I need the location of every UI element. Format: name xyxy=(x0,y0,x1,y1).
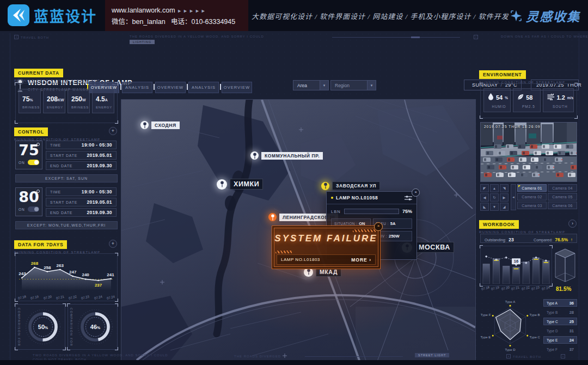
traffic-photo xyxy=(481,123,577,181)
more-button[interactable]: MORE › xyxy=(351,257,371,263)
area-select[interactable]: Area ▾ xyxy=(293,80,329,90)
control-add-button[interactable]: + xyxy=(109,127,117,135)
legend-row-type-b[interactable]: Type B28 xyxy=(543,308,577,316)
environment-badge-wrap: ENVIRONMENT RUNNING CONDITION OF STREETL… xyxy=(479,69,565,84)
failed-lamp-id: LAMP NO.L01803 xyxy=(281,257,320,262)
radar-legend: Type A36Type B28Type C25Type D31Type E24… xyxy=(543,299,577,355)
map-pin[interactable]: ЗАВОДСКАЯ УЛ xyxy=(321,181,380,190)
seven-days-line-chart[interactable]: 243268258263247240237241 xyxy=(17,256,116,291)
tab-analysis-3[interactable]: ANALYSIS xyxy=(188,82,219,93)
dpad-button-3[interactable]: ◀ xyxy=(480,193,489,202)
seven-days-chart-panel[interactable]: 243268258263247240237241 07.1807.1907.20… xyxy=(15,253,118,301)
city-map[interactable]: СХОДНЯКОММУНАЛЬНЫЙ ПР.ХИМКИЗАВОДСКАЯ УЛЛ… xyxy=(121,99,476,365)
start-date-row[interactable]: START DATE2019.05.01 xyxy=(46,198,117,206)
dpad-button-7[interactable]: ▼ xyxy=(490,203,499,211)
decor-street-light-chip: STREET LIGHT xyxy=(415,354,449,357)
start-date-row[interactable]: START DATE2019.05.01 xyxy=(46,151,117,160)
wechat-id: 微信：ben_lanlan xyxy=(112,18,166,26)
decor-bottom-note-1: TWO ROADS DIVERGED IN A YELLOW WOOD, AND… xyxy=(33,354,168,357)
except-days-2: EXCEPT: MON,TUE,WED,THUR,FRI xyxy=(15,221,118,229)
svg-text:241: 241 xyxy=(107,272,114,277)
time-row[interactable]: TIME19:00 - 05:30 xyxy=(46,187,117,196)
workbook-x-labels: 07.1807.1907.2007.2107.2207.2307.24 xyxy=(481,287,550,290)
lamp-pin-icon xyxy=(321,182,329,190)
legend-row-type-f[interactable]: Type F37 xyxy=(543,345,577,353)
compared-value: 76.5% xyxy=(555,237,568,242)
stat-box: 208KWENERGY xyxy=(43,89,65,113)
brightness-bar[interactable] xyxy=(344,209,399,214)
tab-analysis-1[interactable]: ANALYSIS xyxy=(122,82,152,93)
current-data-panel: 75%BRINESS208KWENERGY250WBRINESS4.5AENER… xyxy=(15,83,118,123)
brightness-bar-row: LBN 75% xyxy=(327,204,416,217)
camera-button-5[interactable]: Camera 05 xyxy=(548,193,577,200)
dpad-button-6[interactable]: ◣ xyxy=(480,203,489,211)
except-days-1: EXCEPT: SAT, SUN xyxy=(15,174,118,182)
dpad-button-1[interactable]: ▲ xyxy=(490,184,499,192)
map-pin-label: МОСКВА xyxy=(415,242,454,253)
trend-up-icon: ↑ xyxy=(571,237,573,242)
region-select[interactable]: Region ▾ xyxy=(330,80,376,90)
brand[interactable]: 蓝蓝设计 xyxy=(8,4,97,26)
svg-text:Type E: Type E xyxy=(481,336,491,339)
site-url[interactable]: www.lanlanwork.com xyxy=(112,7,175,14)
decor-bottom-note-2: THE ROADS DIVERGED xyxy=(234,355,281,358)
legend-row-type-a[interactable]: Type A36 xyxy=(543,299,577,307)
map-pin[interactable]: СХОДНЯ xyxy=(140,121,180,129)
workbook-bar-chart[interactable]: 16 xyxy=(481,248,551,284)
seven-days-add-button[interactable]: + xyxy=(109,240,117,248)
lamp-pin-icon xyxy=(217,179,227,190)
camera-button-1[interactable]: Camera 01 xyxy=(517,184,547,192)
legend-row-type-d[interactable]: Type D31 xyxy=(543,327,577,334)
dpad-button-5[interactable]: ▶ xyxy=(500,193,509,202)
legend-row-type-c[interactable]: Type C25 xyxy=(543,318,577,325)
environment-panel: 54%HUMID58PM2.51.2m/sSOUTH xyxy=(480,83,577,118)
svg-text:258: 258 xyxy=(44,265,51,270)
dpad-button-0[interactable]: ◤ xyxy=(480,184,489,192)
schedule-toggle-2[interactable] xyxy=(28,206,39,212)
end-date-row[interactable]: END DATE2019.09.30 xyxy=(46,161,117,170)
alert-footer: LAMP NO.L01803 MORE › xyxy=(277,254,376,265)
workbook-stats-row: Outstanding: 23 Compared: 76.5% ↑ xyxy=(480,234,577,243)
workbook-badge-wrap: WORKBOOK RUNNING CONDITION OF STREETLAMP xyxy=(479,218,565,234)
close-icon[interactable]: × xyxy=(374,222,383,231)
dpad-button-4[interactable]: ↻ xyxy=(490,193,499,202)
chevron-down-icon: ▾ xyxy=(320,81,328,90)
brightness-percent: 75% xyxy=(402,209,412,214)
svg-text:240: 240 xyxy=(82,272,89,277)
decor-checkbox-bottom-2 xyxy=(561,354,567,358)
camera-list-left-arrow[interactable]: ◂ xyxy=(511,184,516,210)
camera-button-4[interactable]: Camera 04 xyxy=(548,184,577,192)
workbook-chart-panel[interactable]: 16 xyxy=(480,246,552,286)
bulb-icon xyxy=(36,190,40,193)
sliders-icon[interactable] xyxy=(405,196,412,200)
inspiration-collect[interactable]: 灵感收集 xyxy=(510,7,580,25)
workbook-footer-percent: 81.5% xyxy=(556,286,571,292)
decor-bottom-line xyxy=(305,356,403,357)
map-pin[interactable]: КОММУНАЛЬНЫЙ ПР. xyxy=(250,151,323,160)
tab-overview-2[interactable]: OVERVIEW xyxy=(155,82,186,93)
tab-overview-4[interactable]: OVERVIEW xyxy=(222,82,252,93)
svg-text:263: 263 xyxy=(57,263,64,268)
camera-button-2[interactable]: Camera 02 xyxy=(517,193,547,200)
legend-row-type-e[interactable]: Type E24 xyxy=(543,336,577,344)
time-row[interactable]: TIME19:00 - 05:30 xyxy=(46,141,117,149)
camera-button-3[interactable]: Camera 03 xyxy=(517,202,547,209)
map-pin[interactable]: ХИМКИ xyxy=(217,179,263,190)
wind-icon xyxy=(547,93,555,102)
camera-button-6[interactable]: Camera 06 xyxy=(548,202,577,209)
svg-text:Type B: Type B xyxy=(530,313,540,317)
collect-label: 灵感收集 xyxy=(526,7,580,25)
camera-feed[interactable]: 2019.07.25 THUR 18:26:09 xyxy=(480,122,577,182)
workbook-more-button[interactable]: › xyxy=(568,220,577,228)
dpad-button-8[interactable]: ◢ xyxy=(500,203,509,211)
decor-checkbox-bottom-1: TRAVEL BOTH xyxy=(506,354,541,358)
decor-checkbox-left: TRAVEL BOTH xyxy=(14,35,49,39)
decor-slider xyxy=(332,37,460,38)
end-date-row[interactable]: END DATE2019.09.30 xyxy=(46,208,117,217)
dashboard: TRAVEL BOTH THE ROADS DIVERGED IN A YELL… xyxy=(0,31,588,365)
env-stat-box: 54%HUMID xyxy=(483,88,511,112)
schedule-toggle-1[interactable] xyxy=(28,160,39,165)
on-label: ON xyxy=(19,161,25,165)
close-icon[interactable]: × xyxy=(412,188,420,197)
dpad-button-2[interactable]: ◥ xyxy=(500,184,509,192)
